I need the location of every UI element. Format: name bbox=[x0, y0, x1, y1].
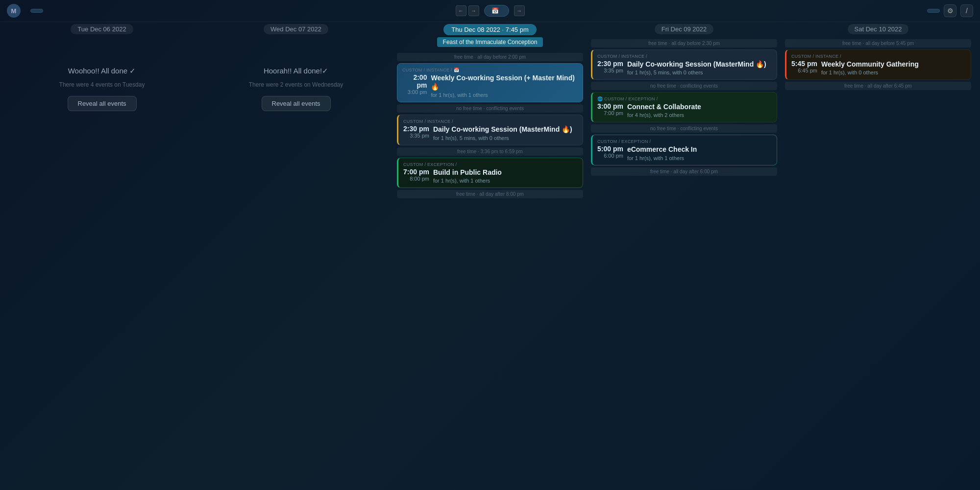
event-sub: for 1 hr(s), 5 mins, with 0 others bbox=[433, 135, 572, 141]
day-header-fri[interactable]: Fri Dec 09 2022 bbox=[655, 24, 714, 34]
event-title: Daily Co-working Session (MasterMind 🔥) bbox=[433, 125, 572, 134]
nav-prev-button[interactable]: ← bbox=[456, 5, 466, 16]
event-start-time: 2:00 pm bbox=[402, 73, 427, 89]
event-meta: 🌐 CUSTOM / exception / bbox=[597, 96, 772, 101]
event-meta: CUSTOM / instance / bbox=[791, 54, 966, 59]
events-count-text: There were 4 events on Tuesday bbox=[59, 81, 145, 88]
event-content: 5:00 pm6:00 pmeCommerce Check Infor 1 hr… bbox=[597, 145, 772, 161]
topbar: M ← → 📅 → ⚙ / bbox=[0, 0, 980, 22]
event-sub: for 1 hr(s), with 1 others bbox=[627, 155, 697, 161]
day-header-wrap-wed: Wed Dec 07 2022 bbox=[203, 22, 389, 37]
free-time-after-thu-e3: free time · all day after 8:00 pm bbox=[397, 190, 583, 198]
event-meta: CUSTOM / exception / bbox=[403, 162, 578, 167]
event-meta: CUSTOM / exception / bbox=[597, 139, 772, 144]
day-col-sat: Sat Dec 10 2022free time · all day befor… bbox=[781, 22, 975, 200]
calendar-icon: 📅 bbox=[491, 7, 499, 14]
settings-icon: ⚙ bbox=[947, 7, 954, 15]
day-header-today[interactable]: Thu Dec 08 2022 · 7:45 pm bbox=[443, 24, 537, 35]
event-sub: for 4 hr(s), with 2 others bbox=[627, 112, 701, 118]
event-card-fri-e3[interactable]: CUSTOM / exception /5:00 pm6:00 pmeComme… bbox=[591, 135, 777, 165]
topbar-center: ← → 📅 → bbox=[456, 5, 525, 17]
free-time-before-thu-e2: no free time · conflicting events bbox=[397, 104, 583, 113]
event-content: 3:00 pm7:00 pmConnect & Collaboratefor 4… bbox=[597, 102, 772, 118]
event-body: Weekly Community Gatheringfor 1 hr(s), w… bbox=[821, 60, 919, 75]
settings-button[interactable]: ⚙ bbox=[944, 4, 956, 17]
user-menu-button[interactable]: / bbox=[960, 4, 973, 17]
event-card-sat-e1[interactable]: CUSTOM / instance /5:45 pm6:45 pmWeekly … bbox=[785, 49, 971, 80]
event-meta: CUSTOM / instance / bbox=[403, 119, 578, 124]
done-text: Woohoo!! All done ✓ bbox=[68, 67, 136, 75]
event-content: 2:30 pm3:35 pmDaily Co-working Session (… bbox=[403, 125, 578, 140]
free-time-before-fri-e2: no free time · conflicting events bbox=[591, 82, 777, 90]
discover-button[interactable] bbox=[30, 9, 43, 13]
event-start-time: 2:30 pm bbox=[597, 60, 623, 68]
day-header-sat[interactable]: Sat Dec 10 2022 bbox=[848, 24, 909, 34]
event-end-time: 6:45 pm bbox=[791, 68, 817, 73]
day-col-fri: Fri Dec 09 2022free time · all day befor… bbox=[587, 22, 781, 200]
event-body: Daily Co-working Session (MasterMind 🔥)f… bbox=[627, 60, 766, 75]
event-times: 3:00 pm7:00 pm bbox=[597, 102, 623, 116]
event-start-time: 5:45 pm bbox=[791, 60, 817, 68]
free-time-after-fri-e3: free time · all day after 6:00 pm bbox=[591, 167, 777, 176]
event-content: 2:30 pm3:35 pmDaily Co-working Session (… bbox=[597, 60, 772, 75]
free-time-before-thu-e1: free time · all day before 2:00 pm bbox=[397, 53, 583, 61]
event-body: Build in Public Radiofor 1 hr(s), with 1… bbox=[433, 168, 502, 184]
event-title: Build in Public Radio bbox=[433, 168, 502, 177]
event-title: Weekly Community Gathering bbox=[821, 60, 919, 69]
nav-next-button-right[interactable]: → bbox=[514, 5, 525, 16]
event-sub: for 1 hr(s), with 1 others bbox=[433, 178, 502, 184]
event-card-thu-e1[interactable]: CUSTOM / instance / 📅2:00 pm3:00 pmWeekl… bbox=[397, 63, 583, 102]
event-body: Connect & Collaboratefor 4 hr(s), with 2… bbox=[627, 102, 701, 118]
event-meta: CUSTOM / instance / 📅 bbox=[402, 68, 578, 72]
event-card-fri-e1[interactable]: CUSTOM / instance /2:30 pm3:35 pmDaily C… bbox=[591, 49, 777, 80]
event-title: eCommerce Check In bbox=[627, 145, 697, 154]
event-times: 5:00 pm6:00 pm bbox=[597, 145, 623, 159]
event-end-time: 3:35 pm bbox=[403, 133, 429, 139]
event-meta: CUSTOM / instance / bbox=[597, 54, 772, 59]
event-sub: for 1 hr(s), 5 mins, with 0 others bbox=[627, 70, 766, 75]
day-header-wed[interactable]: Wed Dec 07 2022 bbox=[264, 24, 328, 34]
user-icon: / bbox=[966, 7, 968, 15]
event-end-time: 3:00 pm bbox=[402, 89, 427, 95]
day-col-tue: Tue Dec 06 2022Woohoo!! All done ✓There … bbox=[5, 22, 199, 200]
avatar: M bbox=[7, 4, 21, 18]
event-card-thu-e3[interactable]: CUSTOM / exception /7:00 pm8:00 pmBuild … bbox=[397, 158, 583, 188]
event-times: 5:45 pm6:45 pm bbox=[791, 60, 817, 73]
calendar-selector[interactable]: 📅 bbox=[484, 5, 509, 17]
topbar-right: ⚙ / bbox=[530, 4, 974, 17]
reveal-button-wed[interactable]: Reveal all events bbox=[262, 96, 331, 111]
day-header-tue[interactable]: Tue Dec 06 2022 bbox=[71, 24, 133, 34]
event-start-time: 7:00 pm bbox=[403, 168, 429, 176]
free-time-before-fri-e1: free time · all day before 2:30 pm bbox=[591, 39, 777, 47]
event-end-time: 7:00 pm bbox=[597, 110, 623, 116]
event-times: 2:30 pm3:35 pm bbox=[403, 125, 429, 139]
timezone-button[interactable] bbox=[927, 9, 940, 13]
events-count-text: There were 2 events on Wednesday bbox=[249, 81, 343, 88]
event-card-fri-e2[interactable]: 🌐 CUSTOM / exception /3:00 pm7:00 pmConn… bbox=[591, 92, 777, 122]
day-header-wrap-tue: Tue Dec 06 2022 bbox=[9, 22, 195, 37]
event-end-time: 6:00 pm bbox=[597, 153, 623, 159]
event-card-thu-e2[interactable]: CUSTOM / instance /2:30 pm3:35 pmDaily C… bbox=[397, 115, 583, 145]
free-time-after-sat-e1: free time · all day after 6:45 pm bbox=[785, 82, 971, 90]
event-body: Daily Co-working Session (MasterMind 🔥)f… bbox=[433, 125, 572, 140]
done-section-wed: Hoorah!! All done!✓There were 2 events o… bbox=[203, 37, 389, 121]
event-times: 2:00 pm3:00 pm bbox=[402, 73, 427, 95]
reveal-button-tue[interactable]: Reveal all events bbox=[68, 96, 137, 111]
event-start-time: 3:00 pm bbox=[597, 102, 623, 110]
done-section-tue: Woohoo!! All done ✓There were 4 events o… bbox=[9, 37, 195, 121]
event-body: eCommerce Check Infor 1 hr(s), with 1 ot… bbox=[627, 145, 697, 161]
free-time-before-sat-e1: free time · all day before 5:45 pm bbox=[785, 39, 971, 47]
nav-arrows: ← → bbox=[456, 5, 479, 16]
event-start-time: 2:30 pm bbox=[403, 125, 429, 133]
event-sub: for 1 hr(s), with 1 others bbox=[431, 92, 578, 98]
holiday-badge: Feast of the Immaculate Conception bbox=[437, 37, 543, 47]
calendar-columns: Tue Dec 06 2022Woohoo!! All done ✓There … bbox=[0, 22, 980, 200]
free-time-after-thu-e2: free time · 3:36 pm to 6:59 pm bbox=[397, 147, 583, 156]
event-end-time: 3:35 pm bbox=[597, 68, 623, 73]
free-time-before-fri-e3: no free time · conflicting events bbox=[591, 124, 777, 133]
done-text: Hoorah!! All done!✓ bbox=[264, 67, 328, 75]
day-col-thu: Thu Dec 08 2022 · 7:45 pmFeast of the Im… bbox=[393, 22, 587, 200]
event-content: 5:45 pm6:45 pmWeekly Community Gathering… bbox=[791, 60, 966, 75]
nav-next-button-left[interactable]: → bbox=[468, 5, 479, 16]
event-start-time: 5:00 pm bbox=[597, 145, 623, 153]
